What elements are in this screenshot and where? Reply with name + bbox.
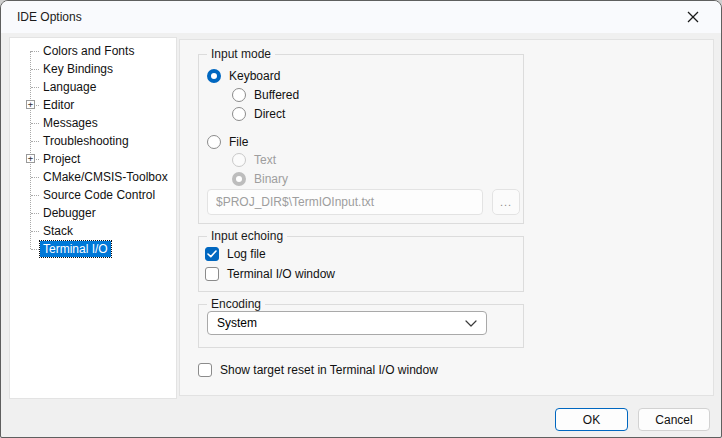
tree-item-key-bindings[interactable]: Key Bindings [10, 60, 176, 78]
show-target-reset-label: Show target reset in Terminal I/O window [220, 363, 438, 377]
tree-item-label: Project [40, 151, 83, 167]
binary-radio-label: Binary [254, 172, 288, 186]
show-target-reset-checkbox[interactable]: Show target reset in Terminal I/O window [198, 362, 438, 378]
tree-item-editor[interactable]: + Editor [10, 96, 176, 114]
tree-item-debugger[interactable]: Debugger [10, 204, 176, 222]
tree-connector [31, 51, 39, 52]
checkbox-unchecked-icon [205, 267, 219, 281]
tree-item-label: Stack [40, 223, 76, 239]
direct-radio[interactable]: Direct [232, 106, 285, 122]
category-tree-panel: Colors and Fonts Key Bindings Language +… [9, 37, 177, 399]
input-mode-group: Input mode Keyboard Buffered Direct File… [198, 54, 524, 224]
tree-connector [31, 123, 39, 124]
tree-item-label: Key Bindings [40, 61, 116, 77]
radio-unchecked-icon [232, 107, 246, 121]
ok-button[interactable]: OK [555, 408, 628, 431]
terminal-io-window-checkbox[interactable]: Terminal I/O window [205, 266, 335, 282]
plus-icon: + [28, 154, 33, 163]
titlebar: IDE Options [1, 1, 721, 33]
input-echoing-group: Input echoing Log file Terminal I/O wind… [198, 236, 524, 292]
checkbox-checked-icon [205, 247, 219, 261]
close-icon [687, 11, 699, 23]
expander-project[interactable]: + [26, 154, 35, 163]
tree-item-label: Editor [40, 97, 77, 113]
tree-item-stack[interactable]: Stack [10, 222, 176, 240]
plus-icon: + [28, 100, 33, 109]
tree-connector [31, 87, 39, 88]
direct-radio-label: Direct [254, 107, 285, 121]
tree-connector [31, 69, 39, 70]
chevron-down-icon [465, 320, 477, 327]
tree-item-language[interactable]: Language [10, 78, 176, 96]
log-file-label: Log file [227, 247, 266, 261]
tree-item-label: Source Code Control [40, 187, 158, 203]
tree-item-cmake-cmsis-toolbox[interactable]: CMake/CMSIS-Toolbox [10, 168, 176, 186]
settings-panel: Input mode Keyboard Buffered Direct File… [179, 39, 714, 396]
text-radio-label: Text [254, 153, 276, 167]
tree-connector [31, 231, 39, 232]
tree-item-label: Colors and Fonts [40, 43, 137, 59]
tree-item-source-code-control[interactable]: Source Code Control [10, 186, 176, 204]
keyboard-radio[interactable]: Keyboard [207, 68, 280, 84]
checkbox-unchecked-icon [198, 363, 212, 377]
window-title: IDE Options [1, 10, 82, 24]
encoding-group: Encoding System [198, 304, 524, 348]
text-radio-disabled[interactable]: Text [232, 152, 276, 168]
tree-connector [31, 195, 39, 196]
radio-unchecked-icon [207, 135, 221, 149]
encoding-group-title: Encoding [207, 297, 265, 311]
tree-item-terminal-io[interactable]: Terminal I/O [10, 240, 176, 258]
check-icon [207, 250, 217, 258]
tree-item-messages[interactable]: Messages [10, 114, 176, 132]
buffered-radio[interactable]: Buffered [232, 87, 299, 103]
tree-item-colors-and-fonts[interactable]: Colors and Fonts [10, 42, 176, 60]
radio-unchecked-icon [232, 88, 246, 102]
tree-item-label: Troubleshooting [40, 133, 132, 149]
tree-item-label: Debugger [40, 205, 99, 221]
binary-radio-disabled[interactable]: Binary [232, 171, 288, 187]
input-mode-group-title: Input mode [207, 47, 275, 61]
encoding-dropdown[interactable]: System [207, 311, 487, 335]
cancel-button[interactable]: Cancel [638, 408, 710, 431]
input-echoing-group-title: Input echoing [207, 229, 287, 243]
category-tree: Colors and Fonts Key Bindings Language +… [10, 38, 176, 258]
ide-options-dialog: IDE Options Colors and Fonts Key Binding… [0, 0, 722, 438]
tree-item-label-selected: Terminal I/O [40, 241, 111, 257]
tree-item-label: Messages [40, 115, 101, 131]
file-radio[interactable]: File [207, 134, 248, 150]
tree-connector [31, 249, 39, 250]
tree-item-project[interactable]: + Project [10, 150, 176, 168]
expander-editor[interactable]: + [26, 100, 35, 109]
tree-item-label: Language [40, 79, 99, 95]
tree-item-troubleshooting[interactable]: Troubleshooting [10, 132, 176, 150]
tree-connector [31, 213, 39, 214]
encoding-selected-value: System [217, 316, 257, 330]
radio-checked-icon [207, 69, 221, 83]
close-button[interactable] [671, 1, 715, 33]
radio-disabled-checked-icon [232, 172, 246, 186]
keyboard-radio-label: Keyboard [229, 69, 280, 83]
radio-disabled-icon [232, 153, 246, 167]
terminal-io-window-label: Terminal I/O window [227, 267, 335, 281]
file-radio-label: File [229, 135, 248, 149]
browse-button[interactable]: ... [492, 189, 520, 215]
buffered-radio-label: Buffered [254, 88, 299, 102]
tree-connector [31, 141, 39, 142]
input-file-path-field[interactable] [207, 189, 483, 215]
tree-connector [31, 177, 39, 178]
tree-item-label: CMake/CMSIS-Toolbox [40, 169, 171, 185]
log-file-checkbox[interactable]: Log file [205, 246, 266, 262]
